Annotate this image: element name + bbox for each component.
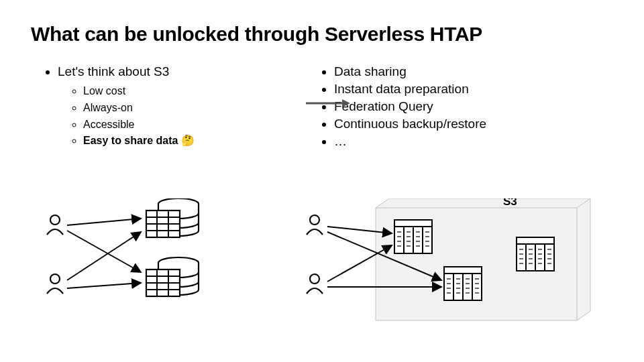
svg-point-3 [50,274,60,284]
right-item: … [334,134,613,149]
right-item: Continuous backup/restore [334,117,613,131]
person-icon [47,215,63,235]
left-item: Accessible [83,117,279,133]
s3-label: S3 [503,198,517,208]
left-item: Low cost [83,83,279,100]
left-column: Let's think about S3 Low cost Always-on … [31,64,279,152]
left-heading: Let's think about S3 Low cost Always-on … [58,64,279,149]
left-item-bold: Easy to share data 🤔 [83,133,279,149]
right-item: Federation Query [334,99,613,114]
slide-title: What can be unlocked through Serverless … [31,23,613,46]
left-item: Always-on [83,100,279,117]
svg-point-2 [50,215,60,225]
table-icon [444,267,482,300]
svg-marker-22 [577,198,590,320]
left-bold-text: Easy to share data 🤔 [83,135,195,146]
table-icon [517,237,554,271]
content-columns: Let's think about S3 Low cost Always-on … [31,64,613,152]
left-heading-text: Let's think about S3 [58,64,169,78]
right-item: Data sharing [334,64,613,79]
arrow-icon [67,219,141,225]
person-icon [307,215,323,235]
arrow-icon [67,231,141,272]
person-icon [47,274,63,294]
arrow-icon [67,283,141,288]
svg-marker-21 [376,198,590,208]
diagram: S3 [40,198,604,339]
svg-marker-1 [342,99,350,107]
person-icon [307,274,323,294]
database-table-icon [146,198,199,237]
svg-point-20 [310,274,319,284]
right-item: Instant data preparation [334,82,613,97]
arrow-icon [67,232,141,280]
database-table-icon [146,257,199,296]
table-icon [394,220,432,253]
s3-box-icon [376,198,590,320]
arrow-icon [305,97,352,110]
svg-point-19 [310,215,319,225]
